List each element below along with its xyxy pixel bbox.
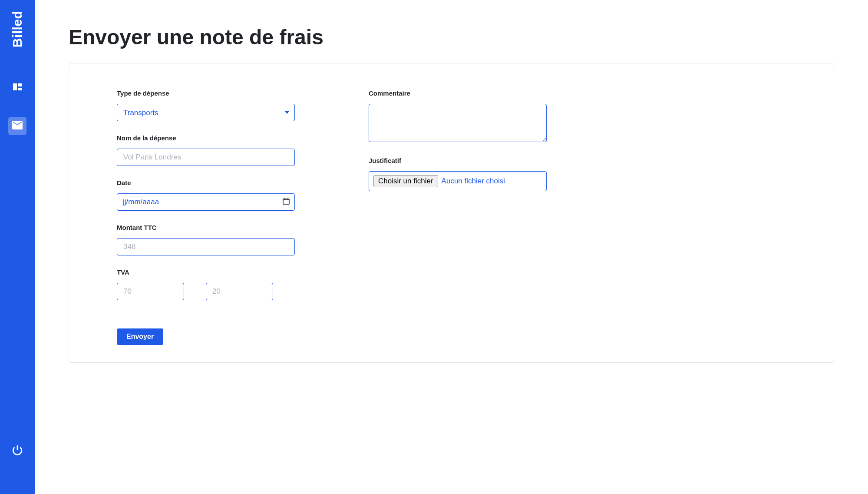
form-right-column: Commentaire Justificatif Choisir un fich… [369, 90, 547, 345]
expense-name-label: Nom de la dépense [117, 134, 295, 142]
attachment-group: Justificatif Choisir un fichier Aucun fi… [369, 157, 547, 191]
power-icon [12, 444, 23, 458]
expense-type-label: Type de dépense [117, 90, 295, 97]
comment-label: Commentaire [369, 90, 547, 97]
comment-textarea[interactable] [369, 104, 547, 142]
date-label: Date [117, 179, 295, 186]
nav-logout[interactable] [8, 442, 26, 460]
expense-type-select[interactable]: Transports [117, 104, 295, 121]
amount-group: Montant TTC [117, 224, 295, 255]
expense-name-input[interactable] [117, 149, 295, 166]
mail-icon [12, 121, 23, 131]
submit-button[interactable]: Envoyer [117, 328, 163, 345]
sidebar: Billed [0, 0, 35, 494]
vat-amount-input[interactable] [117, 283, 184, 300]
app-logo: Billed [10, 11, 25, 48]
form-left-column: Type de dépense Transports Nom de la dép… [117, 90, 295, 345]
nav-mail[interactable] [8, 117, 26, 135]
date-group: Date jj/mm/aaaa [117, 179, 295, 211]
amount-label: Montant TTC [117, 224, 295, 231]
vat-rate-input[interactable] [206, 283, 273, 300]
form-card: Type de dépense Transports Nom de la dép… [69, 63, 834, 363]
date-input[interactable] [117, 193, 295, 211]
main-content: Envoyer une note de frais Type de dépens… [35, 0, 868, 494]
expense-type-group: Type de dépense Transports [117, 90, 295, 121]
vat-group: TVA [117, 269, 295, 300]
file-input[interactable]: Choisir un fichier Aucun fichier choisi [369, 171, 547, 191]
comment-group: Commentaire [369, 90, 547, 144]
page-title: Envoyer une note de frais [69, 25, 834, 49]
file-choose-button[interactable]: Choisir un fichier [373, 175, 438, 187]
expense-name-group: Nom de la dépense [117, 134, 295, 166]
attachment-label: Justificatif [369, 157, 547, 164]
nav-dashboard[interactable] [8, 78, 26, 96]
dashboard-icon [13, 83, 22, 90]
vat-label: TVA [117, 269, 295, 276]
amount-input[interactable] [117, 238, 295, 255]
file-status-text: Aucun fichier choisi [442, 177, 505, 186]
